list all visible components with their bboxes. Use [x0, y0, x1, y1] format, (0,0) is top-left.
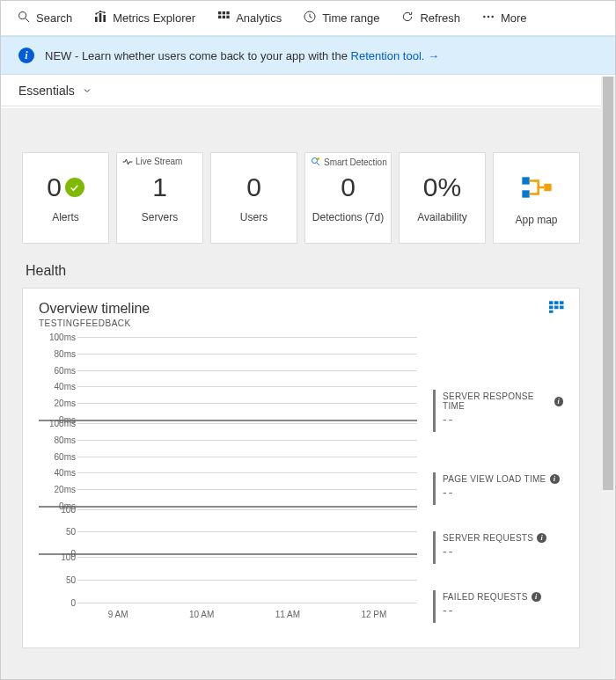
info-icon: i — [18, 48, 34, 63]
chart-panel-1: 100ms 80ms 60ms 40ms 20ms 0ms — [39, 337, 417, 421]
chart-panel-2: 100ms 80ms 60ms 40ms 20ms 0ms — [39, 423, 417, 508]
svg-point-16 — [488, 16, 489, 18]
legend-value: -- — [443, 545, 563, 559]
svg-rect-25 — [554, 301, 559, 304]
chevron-down-icon — [82, 85, 92, 96]
info-icon[interactable]: i — [537, 533, 546, 543]
search-icon — [17, 10, 31, 26]
banner-link[interactable]: Retention tool. — [351, 49, 425, 62]
info-banner: i NEW - Learn whether users come back to… — [1, 36, 615, 75]
ytick: 80ms — [55, 435, 76, 444]
banner-text: NEW - Learn whether users come back to y… — [45, 49, 439, 62]
toolbar: Search Metrics Explorer Analytics Time r… — [1, 1, 615, 36]
toolbar-refresh[interactable]: Refresh — [392, 4, 469, 32]
legend-name: SERVER REQUESTS — [443, 533, 533, 543]
xtick: 11 AM — [275, 610, 300, 619]
svg-point-20 — [317, 157, 319, 160]
scrollbar-thumb[interactable] — [603, 77, 613, 490]
chart-legend: SERVER RESPONSE TIMEi -- PAGE VIEW LOAD … — [433, 337, 563, 623]
appmap-icon — [519, 170, 554, 205]
toolbar-timerange[interactable]: Time range — [294, 4, 388, 32]
toolbar-search[interactable]: Search — [8, 4, 81, 32]
main-content: 0 Alerts Live Stream 1 Servers 0 Users S… — [1, 108, 601, 679]
svg-rect-2 — [95, 17, 98, 22]
health-heading: Health — [26, 263, 580, 279]
toolbar-timerange-label: Time range — [322, 11, 379, 25]
svg-rect-22 — [522, 190, 529, 197]
ytick: 40ms — [55, 382, 76, 391]
info-icon[interactable]: i — [554, 397, 563, 406]
chart-panel-3: 100 50 0 — [39, 509, 417, 555]
svg-rect-3 — [99, 13, 102, 22]
chart-area: 100ms 80ms 60ms 40ms 20ms 0ms 100ms 80ms… — [39, 337, 563, 623]
scrollbar[interactable] — [601, 77, 615, 679]
tile-servers-corner: Live Stream — [136, 157, 182, 166]
check-ok-icon — [65, 178, 84, 197]
tile-detections-value: 0 — [341, 172, 356, 202]
chart-subtitle: TESTINGFEEDBACK — [39, 318, 563, 328]
svg-rect-4 — [104, 15, 106, 22]
svg-line-1 — [26, 18, 29, 22]
svg-rect-9 — [223, 11, 225, 14]
tile-alerts-label: Alerts — [52, 211, 79, 223]
ytick: 60ms — [55, 451, 76, 461]
essentials-toggle[interactable]: Essentials — [1, 75, 615, 106]
legend-name: PAGE VIEW LOAD TIME — [443, 474, 546, 484]
info-icon[interactable]: i — [532, 592, 541, 602]
tile-servers[interactable]: Live Stream 1 Servers — [116, 152, 203, 244]
svg-rect-23 — [544, 184, 551, 191]
svg-rect-10 — [226, 11, 229, 14]
arrow-right-icon[interactable]: → — [428, 49, 439, 62]
chart-panel-4: 100 50 0 — [39, 557, 417, 603]
tile-alerts[interactable]: 0 Alerts — [22, 152, 109, 244]
tile-users-value: 0 — [246, 172, 261, 202]
svg-rect-13 — [226, 16, 229, 18]
grid-view-icon[interactable] — [549, 301, 565, 317]
toolbar-metrics[interactable]: Metrics Explorer — [84, 4, 204, 32]
legend-item: FAILED REQUESTSi -- — [433, 590, 563, 623]
bar-chart-icon — [93, 10, 107, 26]
ytick: 40ms — [55, 468, 76, 478]
magnify-alert-icon — [311, 157, 321, 167]
xtick: 9 AM — [108, 610, 128, 619]
svg-rect-26 — [560, 301, 564, 304]
tile-availability[interactable]: 0% Availability — [399, 152, 486, 244]
banner-prefix: NEW - Learn whether users come back to y… — [45, 49, 351, 62]
tile-availability-value: 0% — [423, 172, 461, 202]
legend-item: SERVER REQUESTSi -- — [433, 531, 563, 564]
ytick: 50 — [66, 527, 76, 537]
ytick: 0 — [70, 598, 76, 608]
tile-users[interactable]: 0 Users — [210, 152, 297, 244]
chart-title: Overview timeline — [39, 301, 563, 317]
summary-tiles: 0 Alerts Live Stream 1 Servers 0 Users S… — [22, 152, 580, 244]
more-icon — [481, 10, 495, 26]
toolbar-search-label: Search — [36, 11, 72, 25]
pulse-icon — [122, 157, 133, 166]
xtick: 10 AM — [189, 610, 214, 619]
toolbar-refresh-label: Refresh — [420, 11, 460, 25]
svg-rect-27 — [549, 306, 554, 310]
toolbar-more-label: More — [501, 11, 527, 25]
ytick: 100ms — [49, 419, 76, 428]
legend-name: FAILED REQUESTS — [443, 592, 528, 602]
toolbar-more[interactable]: More — [473, 4, 536, 32]
chart-xaxis: 9 AM 10 AM 11 AM 12 PM — [77, 604, 417, 622]
tile-availability-label: Availability — [417, 211, 466, 223]
legend-value: -- — [443, 413, 563, 427]
toolbar-analytics[interactable]: Analytics — [208, 4, 290, 32]
legend-item: PAGE VIEW LOAD TIMEi -- — [433, 472, 563, 505]
tile-appmap[interactable]: App map — [493, 152, 580, 244]
overview-timeline-card[interactable]: Overview timeline TESTINGFEEDBACK 100ms … — [22, 288, 580, 648]
info-icon[interactable]: i — [550, 474, 560, 484]
ytick: 20ms — [55, 485, 76, 494]
tile-detections[interactable]: Smart Detection 0 Detections (7d) — [304, 152, 392, 244]
svg-rect-12 — [223, 16, 225, 18]
toolbar-metrics-label: Metrics Explorer — [113, 11, 195, 25]
svg-point-0 — [19, 12, 26, 19]
ytick: 100 — [61, 505, 76, 515]
svg-rect-24 — [549, 301, 554, 304]
tile-appmap-label: App map — [515, 214, 557, 226]
svg-rect-30 — [549, 311, 554, 313]
legend-item: SERVER RESPONSE TIMEi -- — [433, 390, 563, 432]
svg-rect-8 — [218, 11, 221, 14]
